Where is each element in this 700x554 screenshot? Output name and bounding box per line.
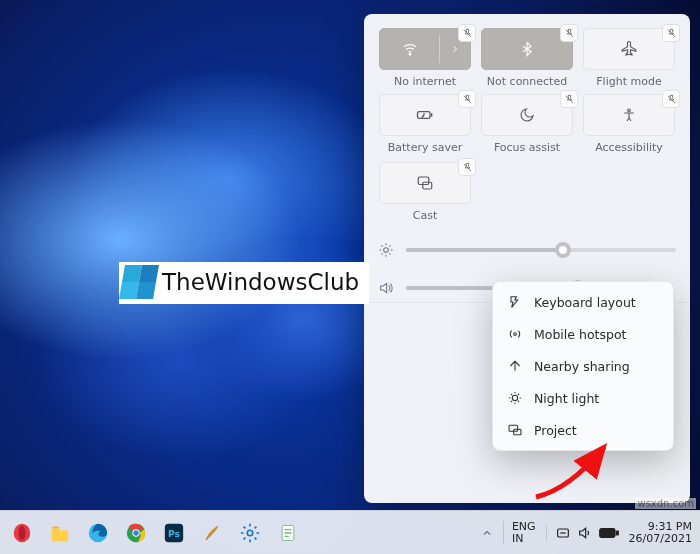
quick-settings-tiles: No internet Not connected Flight mode Ba… — [364, 14, 690, 156]
taskbar-app-settings[interactable] — [236, 519, 264, 547]
svg-point-15 — [133, 530, 139, 536]
unpin-icon — [462, 162, 473, 173]
accessibility-icon — [621, 107, 637, 123]
tray-network-icon — [555, 525, 571, 541]
add-item-keyboard-layout[interactable]: Keyboard layout — [493, 286, 673, 318]
svg-point-18 — [247, 530, 253, 536]
source-watermark: wsxdn.com — [635, 498, 696, 509]
cast-icon — [416, 174, 434, 192]
unpin-bluetooth[interactable] — [560, 24, 578, 42]
unpin-icon — [564, 28, 575, 39]
menu-label: Keyboard layout — [534, 295, 636, 310]
add-menu: Keyboard layout Mobile hotspot Nearby sh… — [492, 281, 674, 451]
wifi-expand[interactable] — [440, 43, 470, 55]
tray-battery-icon — [599, 527, 619, 539]
taskbar-explorer[interactable] — [46, 519, 74, 547]
taskbar-app-doc[interactable] — [274, 519, 302, 547]
system-tray[interactable] — [546, 525, 619, 541]
tile-cast: Cast — [378, 162, 472, 222]
clock-date: 26/07/2021 — [629, 533, 692, 545]
airplane-icon — [620, 40, 638, 58]
tile-label: Not connected — [487, 75, 567, 88]
taskbar: Ps ENG IN 9:31 PM 26/07/2021 — [0, 510, 700, 554]
unpin-icon — [462, 28, 473, 39]
brightness-thumb[interactable] — [555, 242, 571, 258]
tile-label: Cast — [413, 209, 437, 222]
unpin-flight[interactable] — [662, 24, 680, 42]
menu-label: Project — [534, 423, 577, 438]
svg-point-6 — [514, 333, 517, 336]
watermark-text: TheWindowsClub — [162, 269, 359, 295]
unpin-icon — [462, 94, 473, 105]
add-item-night-light[interactable]: Night light — [493, 382, 673, 414]
tile-label: Focus assist — [494, 141, 560, 154]
tile-label: No internet — [394, 75, 456, 88]
brightness-slider[interactable] — [378, 242, 676, 258]
svg-point-0 — [409, 54, 411, 56]
taskbar-app-brush[interactable] — [198, 519, 226, 547]
add-item-project[interactable]: Project — [493, 414, 673, 446]
chevron-right-icon — [449, 43, 461, 55]
svg-point-5 — [384, 248, 389, 253]
tray-volume-icon — [577, 525, 593, 541]
night-light-icon — [507, 390, 523, 406]
language-indicator[interactable]: ENG IN — [503, 521, 536, 544]
unpin-icon — [564, 94, 575, 105]
quick-settings-row3: Cast — [364, 156, 690, 222]
menu-label: Mobile hotspot — [534, 327, 626, 342]
tray-overflow[interactable] — [481, 527, 493, 539]
keyboard-layout-icon — [507, 294, 523, 310]
bluetooth-icon — [519, 41, 535, 57]
unpin-cast[interactable] — [458, 158, 476, 176]
taskbar-left: Ps — [0, 519, 481, 547]
taskbar-right: ENG IN 9:31 PM 26/07/2021 — [481, 521, 700, 544]
brightness-icon — [378, 242, 394, 258]
add-item-nearby-sharing[interactable]: Nearby sharing — [493, 350, 673, 382]
wifi-icon — [401, 40, 419, 58]
svg-rect-21 — [599, 528, 614, 536]
tile-focus-assist: Focus assist — [480, 94, 574, 154]
unpin-focus[interactable] — [560, 90, 578, 108]
tile-wifi: No internet — [378, 28, 472, 88]
volume-icon — [378, 280, 394, 296]
watermark-logo-icon — [119, 265, 159, 299]
svg-rect-22 — [616, 531, 618, 534]
taskbar-opera[interactable] — [8, 519, 36, 547]
nearby-share-icon — [507, 358, 523, 374]
hotspot-icon — [507, 326, 523, 342]
tile-label: Accessibility — [595, 141, 663, 154]
tile-label: Battery saver — [388, 141, 462, 154]
taskbar-photoshop[interactable]: Ps — [160, 519, 188, 547]
unpin-accessibility[interactable] — [662, 90, 680, 108]
moon-icon — [519, 107, 535, 123]
taskbar-chrome[interactable] — [122, 519, 150, 547]
lang-line1: ENG — [512, 521, 536, 533]
taskbar-clock[interactable]: 9:31 PM 26/07/2021 — [629, 521, 692, 544]
tile-flight-mode: Flight mode — [582, 28, 676, 88]
menu-label: Nearby sharing — [534, 359, 630, 374]
tile-accessibility: Accessibility — [582, 94, 676, 154]
unpin-wifi[interactable] — [458, 24, 476, 42]
project-icon — [507, 422, 523, 438]
battery-saver-icon — [415, 105, 435, 125]
add-item-mobile-hotspot[interactable]: Mobile hotspot — [493, 318, 673, 350]
tile-battery-saver: Battery saver — [378, 94, 472, 154]
lang-line2: IN — [512, 533, 536, 545]
tile-label: Flight mode — [596, 75, 661, 88]
svg-point-11 — [18, 525, 25, 540]
unpin-icon — [666, 28, 677, 39]
svg-rect-3 — [418, 177, 429, 185]
watermark: TheWindowsClub — [119, 262, 369, 304]
menu-label: Night light — [534, 391, 599, 406]
tile-bluetooth: Not connected — [480, 28, 574, 88]
taskbar-edge[interactable] — [84, 519, 112, 547]
unpin-icon — [666, 94, 677, 105]
brightness-track[interactable] — [406, 248, 676, 252]
svg-text:Ps: Ps — [168, 527, 181, 538]
svg-point-2 — [628, 109, 631, 112]
svg-point-7 — [512, 395, 517, 400]
svg-rect-4 — [423, 182, 432, 189]
clock-time: 9:31 PM — [629, 521, 692, 533]
unpin-battery[interactable] — [458, 90, 476, 108]
